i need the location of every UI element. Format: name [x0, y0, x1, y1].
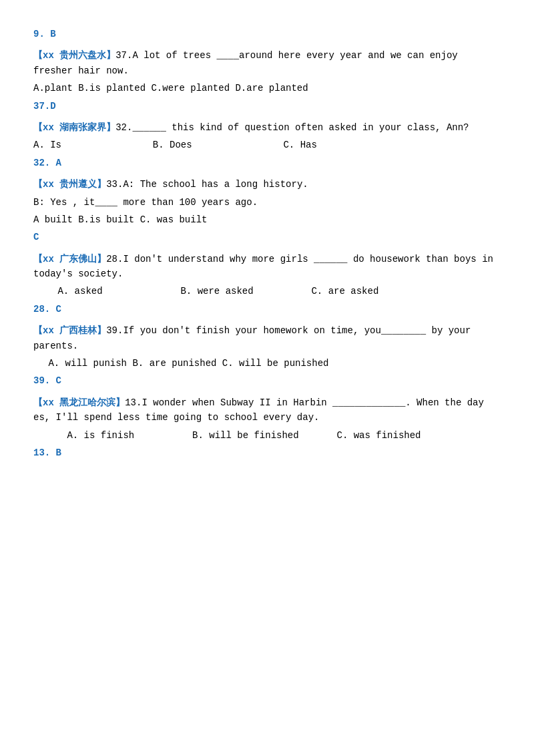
question-body-2: ______ this kind of question often asked… — [132, 122, 469, 133]
options-1: A.plant B.is planted C.were planted D.ar… — [33, 81, 501, 96]
question-block-5: 【xx 广西桂林】39.If you don't finish your hom… — [33, 323, 501, 389]
content-area: 9. B 【xx 贵州六盘水】37.A lot of trees ____aro… — [33, 27, 501, 460]
option-c-4: C. are asked — [311, 286, 378, 297]
question-number-5: 39. — [106, 325, 123, 336]
answer-prefix-1: 9. B — [33, 27, 501, 41]
answer-2: 32. A — [33, 156, 501, 170]
answer-value-1: 37.D — [33, 101, 56, 112]
source-tag-3: 【xx 贵州遵义】 — [33, 179, 106, 190]
options-5: A. will punish B. are punished C. will b… — [33, 356, 501, 371]
answer-value-6: 13. B — [33, 447, 61, 458]
question-block-1: 9. B 【xx 贵州六盘水】37.A lot of trees ____aro… — [33, 27, 501, 114]
answer-value-2: 32. A — [33, 158, 61, 168]
option-a-5: A. will punish B. are punished C. will b… — [48, 358, 328, 369]
question-text-1: 【xx 贵州六盘水】37.A lot of trees ____around h… — [33, 48, 501, 78]
answer-1: 37.D — [33, 99, 501, 114]
question-number-4: 28. — [106, 254, 123, 264]
question-number-1: 37. — [115, 50, 132, 61]
question-text-5: 【xx 广西桂林】39.If you don't finish your hom… — [33, 323, 501, 353]
options-3: A built B.is built C. was built — [33, 212, 501, 227]
question-text-4: 【xx 广东佛山】28.I don't understand why more … — [33, 252, 501, 282]
question-text-3a: 【xx 贵州遵义】33.A: The school has a long his… — [33, 177, 501, 192]
option-a-4: A. asked — [57, 286, 102, 297]
option-b-6: B. will be finished — [192, 430, 299, 441]
option-c-2: C. Has — [283, 140, 316, 150]
option-a-2: A. Is — [33, 140, 61, 150]
option-a-6: A. is finish — [67, 430, 134, 441]
option-b-4: B. were asked — [180, 286, 253, 297]
answer-value-3: C — [33, 232, 39, 242]
question-text-2: 【xx 湖南张家界】32.______ this kind of questio… — [33, 120, 501, 135]
source-tag-4: 【xx 广东佛山】 — [33, 254, 106, 264]
source-tag-2: 【xx 湖南张家界】 — [33, 122, 115, 133]
answer-value-4: 28. C — [33, 304, 61, 315]
options-4: A. asked B. were asked C. are asked — [33, 284, 501, 299]
question-block-4: 【xx 广东佛山】28.I don't understand why more … — [33, 252, 501, 317]
source-tag-1: 【xx 贵州六盘水】 — [33, 50, 115, 61]
question-text-6: 【xx 黑龙江哈尔滨】13.I wonder when Subway II in… — [33, 395, 501, 425]
question-number-6: 13. — [125, 397, 142, 408]
question-body-3a: A: The school has a long history. — [123, 179, 308, 190]
question-number-2: 32. — [115, 122, 132, 133]
question-block-3: 【xx 贵州遵义】33.A: The school has a long his… — [33, 177, 501, 245]
question-text-3b: B: Yes , it____ more than 100 years ago. — [33, 195, 501, 210]
answer-5: 39. C — [33, 373, 501, 388]
answer-label-1: 9. B — [33, 29, 56, 39]
source-tag-5: 【xx 广西桂林】 — [33, 325, 106, 336]
options-2: A. Is B. Does C. Has — [33, 138, 501, 152]
question-number-3: 33. — [106, 179, 123, 190]
option-b-2: B. Does — [153, 140, 192, 150]
option-c-6: C. was finished — [337, 430, 421, 441]
answer-value-5: 39. C — [33, 375, 61, 386]
answer-3: C — [33, 230, 501, 244]
question-block-6: 【xx 黑龙江哈尔滨】13.I wonder when Subway II in… — [33, 395, 501, 461]
answer-4: 28. C — [33, 302, 501, 317]
question-body-3b: B: Yes , it____ more than 100 years ago. — [33, 197, 258, 208]
answer-6: 13. B — [33, 445, 501, 460]
source-tag-6: 【xx 黑龙江哈尔滨】 — [33, 397, 125, 408]
question-block-2: 【xx 湖南张家界】32.______ this kind of questio… — [33, 120, 501, 170]
options-6: A. is finish B. will be finished C. was … — [33, 428, 501, 443]
